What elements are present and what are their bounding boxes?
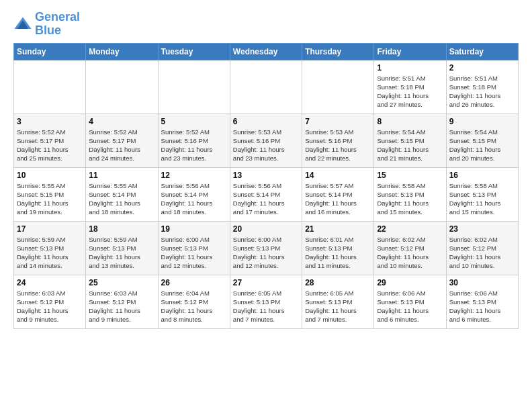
- day-number: 4: [89, 117, 154, 126]
- week-row-1: 3Sunrise: 5:52 AM Sunset: 5:17 PM Daylig…: [14, 113, 519, 167]
- day-detail: Sunrise: 6:03 AM Sunset: 5:12 PM Dayligh…: [17, 289, 83, 324]
- day-number: 24: [17, 278, 83, 287]
- day-cell: 9Sunrise: 5:54 AM Sunset: 5:15 PM Daylig…: [446, 113, 518, 167]
- day-detail: Sunrise: 6:00 AM Sunset: 5:13 PM Dayligh…: [233, 235, 299, 271]
- day-detail: Sunrise: 6:02 AM Sunset: 5:12 PM Dayligh…: [449, 235, 515, 271]
- day-detail: Sunrise: 5:53 AM Sunset: 5:16 PM Dayligh…: [305, 128, 371, 163]
- day-number: 21: [305, 224, 371, 234]
- day-number: 16: [449, 171, 515, 180]
- day-cell: 18Sunrise: 5:59 AM Sunset: 5:13 PM Dayli…: [86, 221, 158, 275]
- day-number: 19: [161, 224, 227, 234]
- day-detail: Sunrise: 5:55 AM Sunset: 5:15 PM Dayligh…: [17, 181, 83, 217]
- header-row: SundayMondayTuesdayWednesdayThursdayFrid…: [14, 43, 519, 60]
- day-detail: Sunrise: 6:05 AM Sunset: 5:13 PM Dayligh…: [233, 289, 299, 324]
- day-number: 27: [233, 278, 299, 287]
- day-cell: 29Sunrise: 6:06 AM Sunset: 5:13 PM Dayli…: [374, 275, 446, 328]
- day-cell: [230, 60, 302, 113]
- day-number: 3: [17, 117, 83, 126]
- day-number: 30: [449, 278, 515, 287]
- logo-text: General: [35, 11, 80, 24]
- day-cell: 11Sunrise: 5:55 AM Sunset: 5:14 PM Dayli…: [86, 167, 158, 221]
- day-cell: 7Sunrise: 5:53 AM Sunset: 5:16 PM Daylig…: [302, 113, 374, 167]
- day-cell: 28Sunrise: 6:05 AM Sunset: 5:13 PM Dayli…: [302, 275, 374, 328]
- week-row-3: 17Sunrise: 5:59 AM Sunset: 5:13 PM Dayli…: [14, 221, 519, 275]
- day-cell: 23Sunrise: 6:02 AM Sunset: 5:12 PM Dayli…: [446, 221, 518, 275]
- day-cell: 15Sunrise: 5:58 AM Sunset: 5:13 PM Dayli…: [374, 167, 446, 221]
- day-number: 23: [449, 224, 515, 234]
- day-number: 2: [449, 63, 515, 73]
- day-number: 5: [161, 117, 227, 126]
- day-detail: Sunrise: 5:52 AM Sunset: 5:16 PM Dayligh…: [161, 128, 227, 163]
- day-detail: Sunrise: 5:58 AM Sunset: 5:13 PM Dayligh…: [449, 181, 515, 217]
- header: General Blue: [13, 11, 519, 38]
- day-cell: [86, 60, 158, 113]
- day-number: 6: [233, 117, 299, 126]
- header-cell-saturday: Saturday: [446, 43, 518, 60]
- day-cell: 26Sunrise: 6:04 AM Sunset: 5:12 PM Dayli…: [158, 275, 230, 328]
- day-detail: Sunrise: 5:51 AM Sunset: 5:18 PM Dayligh…: [449, 74, 515, 109]
- day-detail: Sunrise: 5:59 AM Sunset: 5:13 PM Dayligh…: [17, 235, 83, 271]
- day-cell: 5Sunrise: 5:52 AM Sunset: 5:16 PM Daylig…: [158, 113, 230, 167]
- day-cell: 16Sunrise: 5:58 AM Sunset: 5:13 PM Dayli…: [446, 167, 518, 221]
- day-detail: Sunrise: 6:06 AM Sunset: 5:13 PM Dayligh…: [377, 289, 443, 324]
- day-detail: Sunrise: 6:04 AM Sunset: 5:12 PM Dayligh…: [161, 289, 227, 324]
- day-number: 25: [89, 278, 154, 287]
- day-cell: 25Sunrise: 6:03 AM Sunset: 5:12 PM Dayli…: [86, 275, 158, 328]
- header-cell-sunday: Sunday: [14, 43, 86, 60]
- day-number: 8: [377, 117, 443, 126]
- day-detail: Sunrise: 5:55 AM Sunset: 5:14 PM Dayligh…: [89, 181, 154, 217]
- day-detail: Sunrise: 5:57 AM Sunset: 5:14 PM Dayligh…: [305, 181, 371, 217]
- day-cell: [14, 60, 86, 113]
- day-cell: 13Sunrise: 5:56 AM Sunset: 5:14 PM Dayli…: [230, 167, 302, 221]
- day-cell: 12Sunrise: 5:56 AM Sunset: 5:14 PM Dayli…: [158, 167, 230, 221]
- header-cell-friday: Friday: [374, 43, 446, 60]
- day-detail: Sunrise: 6:06 AM Sunset: 5:13 PM Dayligh…: [449, 289, 515, 324]
- logo-text2: Blue: [35, 24, 80, 38]
- calendar-table: SundayMondayTuesdayWednesdayThursdayFrid…: [13, 43, 519, 329]
- day-detail: Sunrise: 5:59 AM Sunset: 5:13 PM Dayligh…: [89, 235, 154, 271]
- day-cell: 3Sunrise: 5:52 AM Sunset: 5:17 PM Daylig…: [14, 113, 86, 167]
- day-number: 14: [305, 171, 371, 180]
- day-number: 20: [233, 224, 299, 234]
- day-cell: 8Sunrise: 5:54 AM Sunset: 5:15 PM Daylig…: [374, 113, 446, 167]
- day-number: 11: [89, 171, 154, 180]
- day-detail: Sunrise: 5:56 AM Sunset: 5:14 PM Dayligh…: [161, 181, 227, 217]
- week-row-4: 24Sunrise: 6:03 AM Sunset: 5:12 PM Dayli…: [14, 275, 519, 328]
- day-detail: Sunrise: 6:05 AM Sunset: 5:13 PM Dayligh…: [305, 289, 371, 324]
- day-number: 13: [233, 171, 299, 180]
- day-cell: 30Sunrise: 6:06 AM Sunset: 5:13 PM Dayli…: [446, 275, 518, 328]
- day-cell: 19Sunrise: 6:00 AM Sunset: 5:13 PM Dayli…: [158, 221, 230, 275]
- day-detail: Sunrise: 5:52 AM Sunset: 5:17 PM Dayligh…: [17, 128, 83, 163]
- day-cell: [158, 60, 230, 113]
- day-detail: Sunrise: 5:52 AM Sunset: 5:17 PM Dayligh…: [89, 128, 154, 163]
- week-row-2: 10Sunrise: 5:55 AM Sunset: 5:15 PM Dayli…: [14, 167, 519, 221]
- day-cell: 14Sunrise: 5:57 AM Sunset: 5:14 PM Dayli…: [302, 167, 374, 221]
- day-number: 26: [161, 278, 227, 287]
- day-detail: Sunrise: 5:51 AM Sunset: 5:18 PM Dayligh…: [377, 74, 443, 109]
- day-cell: [302, 60, 374, 113]
- day-detail: Sunrise: 5:56 AM Sunset: 5:14 PM Dayligh…: [233, 181, 299, 217]
- day-cell: 4Sunrise: 5:52 AM Sunset: 5:17 PM Daylig…: [86, 113, 158, 167]
- day-number: 29: [377, 278, 443, 287]
- day-number: 15: [377, 171, 443, 180]
- day-cell: 1Sunrise: 5:51 AM Sunset: 5:18 PM Daylig…: [374, 60, 446, 113]
- day-detail: Sunrise: 6:00 AM Sunset: 5:13 PM Dayligh…: [161, 235, 227, 271]
- day-number: 28: [305, 278, 371, 287]
- day-number: 18: [89, 224, 154, 234]
- day-detail: Sunrise: 5:58 AM Sunset: 5:13 PM Dayligh…: [377, 181, 443, 217]
- day-cell: 2Sunrise: 5:51 AM Sunset: 5:18 PM Daylig…: [446, 60, 518, 113]
- day-cell: 21Sunrise: 6:01 AM Sunset: 5:13 PM Dayli…: [302, 221, 374, 275]
- day-detail: Sunrise: 5:54 AM Sunset: 5:15 PM Dayligh…: [449, 128, 515, 163]
- day-detail: Sunrise: 6:03 AM Sunset: 5:12 PM Dayligh…: [89, 289, 154, 324]
- header-cell-tuesday: Tuesday: [158, 43, 230, 60]
- day-number: 12: [161, 171, 227, 180]
- day-cell: 20Sunrise: 6:00 AM Sunset: 5:13 PM Dayli…: [230, 221, 302, 275]
- logo: General Blue: [13, 11, 80, 38]
- page: General Blue SundayMondayTuesdayWednesda…: [0, 0, 532, 336]
- day-detail: Sunrise: 6:02 AM Sunset: 5:12 PM Dayligh…: [377, 235, 443, 271]
- day-detail: Sunrise: 5:53 AM Sunset: 5:16 PM Dayligh…: [233, 128, 299, 163]
- day-number: 1: [377, 63, 443, 73]
- day-number: 17: [17, 224, 83, 234]
- day-number: 9: [449, 117, 515, 126]
- day-cell: 6Sunrise: 5:53 AM Sunset: 5:16 PM Daylig…: [230, 113, 302, 167]
